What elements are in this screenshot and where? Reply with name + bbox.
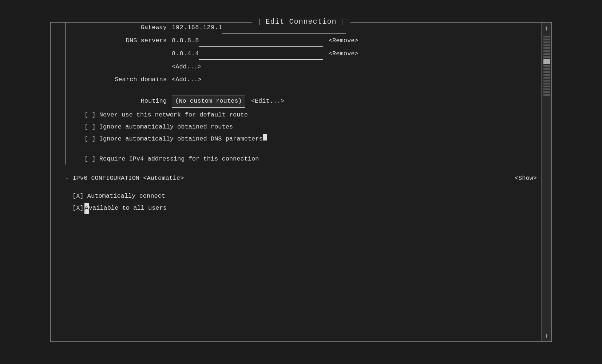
scrollbar-tick <box>543 80 550 82</box>
ipv6-section: - IPv6 CONFIGURATION <Automatic> <Show> <box>65 173 540 184</box>
scrollbar-track <box>542 34 551 330</box>
checkbox-never-use-row[interactable]: [ ] Never use this network for default r… <box>84 110 540 120</box>
checkbox-ignore-routes-row[interactable]: [ ] Ignore automatically obtained routes <box>84 122 540 132</box>
dns1-row: DNS servers 8.8.8.8 <Remove> <box>77 36 540 47</box>
scrollbar-tick <box>543 36 550 37</box>
search-domains-label: Search domains <box>77 75 172 85</box>
ipv6-config-label[interactable]: - IPv6 CONFIGURATION <Automatic> <box>65 173 184 184</box>
checkbox-never-use[interactable]: [ ] Never use this network for default r… <box>84 110 248 120</box>
dns2-spacer-label <box>77 49 172 59</box>
title-decoration-right: | <box>340 18 345 25</box>
scrollbar-thumb[interactable] <box>543 59 550 64</box>
dialog-title: Edit Connection <box>265 17 336 26</box>
dns2-input[interactable]: 8.8.4.4 <box>172 49 323 60</box>
scrollbar-tick <box>543 41 550 43</box>
edit-connection-dialog: | Edit Connection | ↑ <box>50 22 552 342</box>
checkbox-ignore-dns[interactable]: [ ] Ignore automatically obtained DNS pa… <box>84 134 263 145</box>
title-decoration-left: | <box>258 18 262 25</box>
checkbox-require-ipv4[interactable]: [ ] Require IPv4 addressing for this con… <box>84 154 259 165</box>
screen-background: | Edit Connection | ↑ <box>0 0 602 364</box>
scrollbar-tick <box>543 88 550 90</box>
scrollbar-tick <box>543 39 550 40</box>
search-domains-row: Search domains <Add...> <box>77 75 540 85</box>
checkbox-ignore-dns-row[interactable]: [ ] Ignore automatically obtained DNS pa… <box>84 134 540 145</box>
scrollbar-tick <box>543 50 550 52</box>
scrollbar-tick <box>543 53 550 55</box>
gateway-label: Gateway <box>77 23 172 33</box>
dns-add-row: <Add...> <box>77 62 540 72</box>
dns1-input[interactable]: 8.8.8.8 <box>172 36 323 47</box>
checkbox-auto-connect[interactable]: [X] Automatically connect <box>72 191 165 202</box>
bordered-section: Gateway 192.168.129.1 DNS servers 8.8.8.… <box>65 23 540 165</box>
scroll-down-arrow[interactable]: ↓ <box>543 330 550 341</box>
scroll-up-arrow[interactable]: ↑ <box>543 23 550 34</box>
scrollbar-tick <box>543 83 550 84</box>
dns2-remove-button[interactable]: <Remove> <box>329 49 359 59</box>
scrollbar-tick <box>543 65 550 67</box>
routing-edit-button[interactable]: <Edit...> <box>251 96 285 107</box>
search-domains-add-button[interactable]: <Add...> <box>172 75 202 85</box>
dns2-row: 8.8.4.4 <Remove> <box>77 49 540 60</box>
checkbox-ignore-routes[interactable]: [ ] Ignore automatically obtained routes <box>84 122 233 132</box>
bottom-checkboxes: [X] Automatically connect [X] Available … <box>65 191 540 214</box>
dns-add-button[interactable]: <Add...> <box>172 62 202 72</box>
scrollbar-tick <box>543 68 550 70</box>
scrollbar-tick <box>543 77 550 79</box>
dialog-title-bar: | Edit Connection | <box>252 17 350 26</box>
scrollbar-tick <box>543 56 550 58</box>
main-content: Gateway 192.168.129.1 DNS servers 8.8.8.… <box>51 23 551 341</box>
ipv6-show-button[interactable]: <Show> <box>515 173 537 184</box>
scrollbar-tick <box>543 86 550 87</box>
checkbox-all-users-prefix[interactable]: [X] <box>72 203 84 214</box>
all-users-cursor: A <box>84 203 89 214</box>
auto-connect-row[interactable]: [X] Automatically connect <box>72 191 540 202</box>
scrollbar-tick <box>543 44 550 46</box>
scrollbar-tick <box>543 94 550 96</box>
routing-label: Routing <box>77 96 172 107</box>
spacer2 <box>77 146 540 154</box>
checkbox-require-ipv4-row[interactable]: [ ] Require IPv4 addressing for this con… <box>84 154 540 165</box>
dns-add-spacer <box>77 62 172 72</box>
cursor-icon <box>263 134 267 141</box>
dns-servers-label: DNS servers <box>77 36 172 46</box>
scrollbar-tick <box>543 74 550 76</box>
checkbox-all-users-text: vailable to all users <box>89 203 167 214</box>
spacer1 <box>77 87 540 95</box>
dns1-remove-button[interactable]: <Remove> <box>329 36 359 46</box>
scrollbar[interactable]: ↑ <box>541 23 551 341</box>
routing-row: Routing (No custom routes) <Edit...> <box>77 95 540 108</box>
scrollbar-tick <box>543 47 550 49</box>
scrollbar-tick <box>543 71 550 73</box>
no-custom-routes-badge[interactable]: (No custom routes) <box>172 95 245 108</box>
all-users-row[interactable]: [X] Available to all users <box>72 203 540 214</box>
scrollbar-tick <box>543 91 550 93</box>
